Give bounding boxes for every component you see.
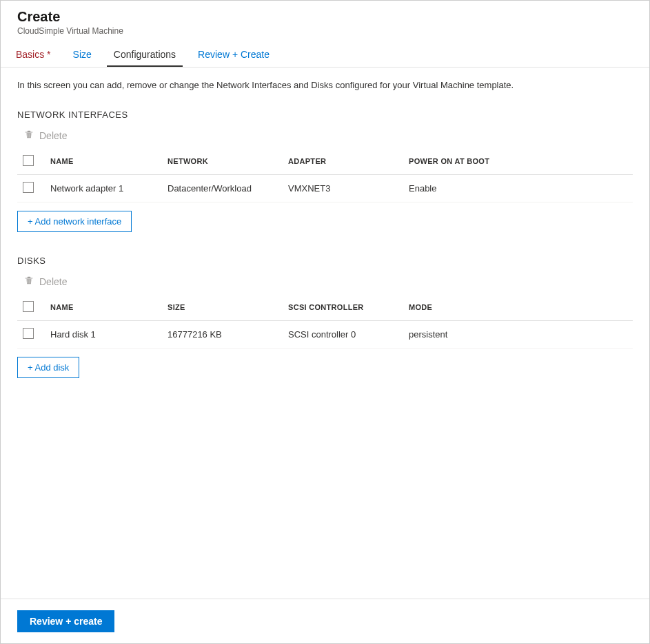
column-header-name[interactable]: NAME <box>45 294 162 321</box>
cell-mode: persistent <box>403 321 633 349</box>
network-interfaces-heading: NETWORK INTERFACES <box>17 110 633 120</box>
column-header-size[interactable]: SIZE <box>162 294 283 321</box>
network-interfaces-table: NAME NETWORK ADAPTER POWER ON AT BOOT Ne… <box>17 148 633 202</box>
content-area: In this screen you can add, remove or ch… <box>1 67 649 599</box>
table-row[interactable]: Hard disk 1 16777216 KB SCSI controller … <box>17 321 633 349</box>
row-checkbox[interactable] <box>23 182 34 193</box>
disks-delete-button[interactable]: Delete <box>17 276 633 287</box>
select-all-checkbox[interactable] <box>23 155 34 166</box>
page-subtitle: CloudSimple Virtual Machine <box>17 26 633 36</box>
column-header-power[interactable]: POWER ON AT BOOT <box>403 148 633 175</box>
network-delete-button[interactable]: Delete <box>17 129 633 141</box>
table-row[interactable]: Network adapter 1 Datacenter/Workload VM… <box>17 175 633 202</box>
page-header: Create CloudSimple Virtual Machine <box>1 1 649 43</box>
tab-size[interactable]: Size <box>66 43 99 67</box>
column-header-adapter[interactable]: ADAPTER <box>283 148 403 175</box>
column-header-network[interactable]: NETWORK <box>162 148 283 175</box>
tab-basics[interactable]: Basics <box>9 43 58 67</box>
page-title: Create <box>17 9 633 25</box>
add-network-interface-button[interactable]: + Add network interface <box>17 211 132 232</box>
network-interfaces-section: NETWORK INTERFACES Delete NAME NETWORK A… <box>17 110 633 232</box>
footer: Review + create <box>1 599 649 643</box>
add-disk-button[interactable]: + Add disk <box>17 357 79 378</box>
trash-icon <box>24 129 34 141</box>
column-header-name[interactable]: NAME <box>45 148 162 175</box>
row-checkbox[interactable] <box>23 328 34 339</box>
tab-review-create[interactable]: Review + Create <box>191 43 276 67</box>
cell-name: Hard disk 1 <box>45 321 162 349</box>
table-header-row: NAME SIZE SCSI CONTROLLER MODE <box>17 294 633 321</box>
disks-table: NAME SIZE SCSI CONTROLLER MODE Hard disk… <box>17 294 633 349</box>
disks-section: DISKS Delete NAME SIZE SCSI CONTROLLER M… <box>17 256 633 378</box>
review-create-button[interactable]: Review + create <box>17 610 114 632</box>
table-header-row: NAME NETWORK ADAPTER POWER ON AT BOOT <box>17 148 633 175</box>
tab-configurations[interactable]: Configurations <box>107 43 183 67</box>
select-all-checkbox[interactable] <box>23 301 34 312</box>
cell-adapter: VMXNET3 <box>283 175 403 202</box>
tab-bar: Basics Size Configurations Review + Crea… <box>1 43 649 67</box>
disks-heading: DISKS <box>17 256 633 266</box>
cell-size: 16777216 KB <box>162 321 283 349</box>
cell-scsi: SCSI controller 0 <box>283 321 403 349</box>
column-header-scsi[interactable]: SCSI CONTROLLER <box>283 294 403 321</box>
description-text: In this screen you can add, remove or ch… <box>17 80 633 90</box>
delete-label: Delete <box>39 130 67 141</box>
cell-power: Enable <box>403 175 633 202</box>
trash-icon <box>24 276 34 287</box>
column-header-mode[interactable]: MODE <box>403 294 633 321</box>
cell-name: Network adapter 1 <box>45 175 162 202</box>
delete-label: Delete <box>39 276 67 287</box>
cell-network: Datacenter/Workload <box>162 175 283 202</box>
